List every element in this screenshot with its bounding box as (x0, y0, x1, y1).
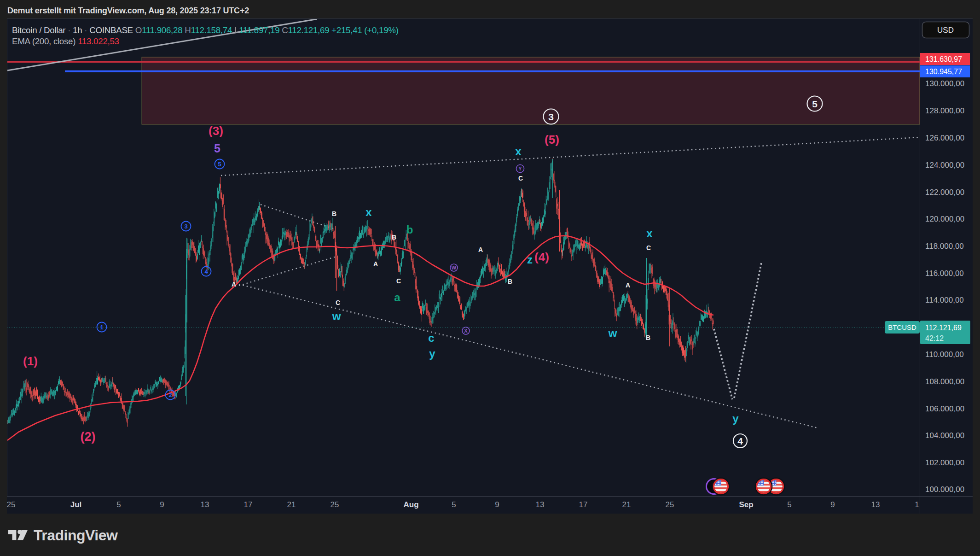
svg-text:116.000,00: 116.000,00 (925, 269, 964, 278)
svg-text:17: 17 (244, 500, 253, 509)
svg-text:128.000,00: 128.000,00 (925, 106, 964, 115)
svg-text:x: x (365, 206, 372, 218)
svg-text:5: 5 (452, 500, 456, 509)
svg-text:(3): (3) (209, 124, 223, 138)
svg-text:z: z (527, 253, 533, 266)
svg-text:5: 5 (116, 500, 121, 509)
svg-text:Demut erstellt mit TradingView: Demut erstellt mit TradingView.com, Aug … (7, 6, 249, 15)
svg-text:42:12: 42:12 (925, 334, 944, 342)
svg-text:25: 25 (331, 500, 339, 509)
svg-text:13: 13 (201, 500, 209, 509)
svg-text:x: x (515, 145, 522, 158)
svg-text:131.630,97: 131.630,97 (925, 55, 962, 63)
svg-text:3: 3 (548, 111, 554, 122)
svg-text:B: B (646, 334, 650, 341)
svg-text:B: B (332, 210, 336, 217)
svg-text:110.000,00: 110.000,00 (925, 350, 964, 359)
svg-text:Bitcoin / Dollar · 1h · COINBA: Bitcoin / Dollar · 1h · COINBASE O111.90… (12, 25, 399, 35)
svg-text:118.000,00: 118.000,00 (925, 242, 964, 251)
svg-text:Sep: Sep (739, 500, 753, 509)
svg-text:1: 1 (915, 500, 919, 509)
svg-text:3: 3 (184, 223, 187, 230)
svg-text:9: 9 (830, 500, 835, 509)
svg-text:(1): (1) (23, 354, 38, 368)
svg-text:5: 5 (812, 99, 818, 109)
svg-text:1: 1 (100, 324, 103, 331)
svg-text:122.000,00: 122.000,00 (925, 188, 964, 197)
svg-text:(4): (4) (534, 250, 549, 264)
svg-text:W: W (452, 265, 457, 270)
svg-text:106.000,00: 106.000,00 (925, 404, 964, 413)
svg-text:5: 5 (218, 161, 221, 168)
svg-text:130.945,77: 130.945,77 (925, 68, 962, 76)
svg-text:B: B (392, 234, 396, 241)
svg-text:104.000,00: 104.000,00 (925, 431, 964, 440)
svg-text:9: 9 (495, 500, 499, 509)
svg-text:4: 4 (737, 436, 743, 446)
svg-text:17: 17 (579, 500, 588, 509)
svg-text:4: 4 (204, 268, 208, 275)
svg-text:BTCUSD: BTCUSD (888, 323, 916, 331)
svg-text:A: A (373, 260, 378, 268)
svg-text:c: c (428, 332, 434, 344)
svg-text:C: C (396, 277, 401, 285)
svg-text:w: w (332, 310, 341, 322)
svg-text:13: 13 (536, 500, 545, 509)
svg-text:126.000,00: 126.000,00 (925, 134, 964, 142)
svg-text:X: X (464, 328, 468, 334)
svg-text:108.000,00: 108.000,00 (925, 377, 964, 386)
svg-text:120.000,00: 120.000,00 (925, 215, 964, 223)
svg-text:C: C (518, 175, 523, 182)
svg-text:2: 2 (168, 392, 172, 398)
svg-text:A: A (626, 281, 630, 289)
svg-text:y: y (429, 347, 435, 360)
svg-text:114.000,00: 114.000,00 (925, 296, 964, 304)
svg-text:5: 5 (214, 142, 220, 155)
svg-text:C: C (646, 244, 651, 252)
svg-text:Y: Y (518, 166, 522, 171)
svg-text:112.121,69: 112.121,69 (925, 324, 962, 332)
svg-text:b: b (406, 223, 413, 236)
svg-text:102.000,00: 102.000,00 (925, 458, 964, 467)
svg-text:124.000,00: 124.000,00 (925, 161, 964, 170)
svg-text:(5): (5) (545, 133, 559, 146)
svg-text:EMA (200, close) 113.022,53: EMA (200, close) 113.022,53 (12, 36, 119, 46)
svg-text:a: a (394, 291, 400, 304)
svg-text:Jul: Jul (70, 500, 82, 509)
svg-text:w: w (608, 327, 617, 339)
svg-text:21: 21 (287, 500, 296, 509)
svg-text:Aug: Aug (403, 500, 418, 509)
svg-text:TradingView: TradingView (34, 527, 118, 544)
svg-text:B: B (508, 278, 512, 285)
svg-text:A: A (232, 281, 236, 288)
svg-text:13: 13 (871, 500, 880, 509)
svg-text:5: 5 (787, 500, 791, 509)
svg-text:100.000,00: 100.000,00 (925, 485, 964, 494)
svg-text:25: 25 (666, 500, 674, 509)
svg-text:C: C (336, 299, 340, 306)
svg-text:USD: USD (937, 26, 954, 35)
svg-text:130.000,00: 130.000,00 (925, 79, 964, 88)
svg-text:25: 25 (7, 500, 16, 509)
svg-text:21: 21 (622, 500, 631, 509)
svg-text:(2): (2) (81, 430, 96, 444)
svg-text:A: A (478, 246, 483, 253)
svg-text:y: y (732, 412, 739, 425)
svg-text:9: 9 (160, 500, 164, 509)
svg-text:x: x (646, 227, 653, 240)
